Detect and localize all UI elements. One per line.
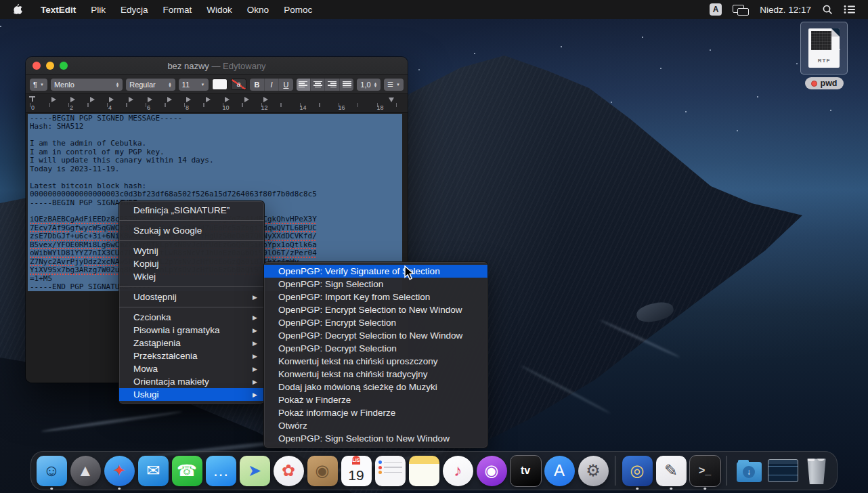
menubar-menu-edycja[interactable]: Edycja [113,5,156,15]
underline-button[interactable]: U [279,79,292,91]
align-left-button[interactable] [297,79,311,91]
context-menu-item-przekształcenia[interactable]: Przekształcenia▶ [119,349,264,362]
text-color-well[interactable] [212,79,227,90]
tab-stop-marker[interactable] [70,97,75,102]
menubar-menu-plik[interactable]: Plik [83,5,113,15]
ruler-number: 6 [145,104,150,111]
submenu-item-12[interactable]: Otwórz [264,419,487,432]
dock-item-photos[interactable]: ✿ [272,452,305,490]
align-right-button[interactable] [325,79,339,91]
input-source-indicator[interactable]: A [710,3,722,16]
dock-item-notes[interactable] [407,452,441,490]
dock-item-calendar[interactable]: LIS19 [339,452,373,490]
paragraph-style-control[interactable]: ¶▼ [30,79,47,91]
menu-list-icon[interactable] [844,5,856,14]
tab-stop-marker[interactable] [109,97,114,102]
menubar-clock[interactable]: Niedz. 12:17 [760,5,811,15]
tab-stop-marker[interactable] [167,97,172,102]
tab-stop-marker[interactable] [148,97,152,102]
dock-item-apple-tv[interactable]: tv [508,452,542,490]
left-indent-marker[interactable] [29,96,35,102]
context-menu-item-udostępnij[interactable]: Udostępnij▶ [119,291,264,303]
line-spacing-control[interactable]: 1,0 ▲▼ [357,79,381,91]
context-menu-item-kopiuj[interactable]: Kopiuj [119,257,264,270]
dock-item-textedit[interactable]: ✎ [654,452,688,490]
document-title: bez nazwy [167,61,209,71]
context-menu-item-wklej[interactable]: Wklej [119,270,264,283]
list-style-control[interactable]: ☰ ▼ [384,79,404,91]
submenu-item-8[interactable]: Konwertuj tekst na chiński tradycyjny [264,368,487,381]
dock-item-downloads-folder[interactable]: ↓ [732,452,766,490]
menubar-menu-pomoc[interactable]: Pomoc [276,5,320,15]
dock-item-facetime[interactable]: ☎ [170,452,204,490]
tab-stop-marker[interactable] [263,97,268,102]
tab-stop-marker[interactable] [244,97,249,102]
dock-item-launchpad[interactable]: ▲ [68,452,102,490]
ruler[interactable]: 024681012141618 [26,94,408,113]
photos-icon: ✿ [274,456,304,486]
bold-button[interactable]: B [250,79,264,91]
menubar-app-name[interactable]: TextEdit [33,5,83,15]
menubar-menu-okno[interactable]: Okno [240,5,276,15]
dock-item-messages[interactable]: … [204,452,238,490]
dock-item-finder[interactable]: ☺ [35,452,68,490]
tab-stop-marker[interactable] [51,97,56,102]
tab-stop-marker[interactable] [206,97,211,102]
font-size-select[interactable]: 11 ▼ [179,79,209,91]
dock-item-contacts[interactable]: ◉ [305,452,339,490]
context-menu-item-zastąpienia[interactable]: Zastąpienia▶ [119,337,264,349]
window-titlebar[interactable]: bez nazwy — Edytowany [26,57,408,75]
context-menu-item-szukaj-w-google[interactable]: Szukaj w Google [119,224,264,237]
dock-item-maps[interactable]: ➤ [238,452,272,490]
justify-button[interactable] [340,79,353,91]
dock-item-podcasts[interactable]: ◉ [475,452,508,490]
submenu-item-1[interactable]: OpenPGP: Sign Selection [264,278,487,291]
dock-item-system-preferences[interactable]: ⚙ [576,452,610,490]
tab-stop-marker[interactable] [225,97,230,102]
submenu-item-10[interactable]: Pokaż w Finderze [264,393,487,406]
menubar-menu-format[interactable]: Format [156,5,200,15]
tab-stop-marker[interactable] [129,97,133,102]
submenu-item-6[interactable]: OpenPGP: Decrypt Selection [264,342,487,355]
font-family-select[interactable]: Menlo ▲▼ [51,79,123,91]
context-menu-item-orientacja-makiety[interactable]: Orientacja makiety▶ [119,375,264,388]
dock-item-app-store[interactable]: A [542,452,576,490]
submenu-item-13[interactable]: OpenPGP: Sign Selection to New Window [264,432,487,445]
submenu-item-5[interactable]: OpenPGP: Decrypt Selection to New Window [264,329,487,342]
submenu-item-11[interactable]: Pokaż informacje w Finderze [264,406,487,419]
font-style-select[interactable]: Regular ▲▼ [126,79,175,91]
apple-menu-icon[interactable] [14,4,24,15]
submenu-arrow-icon: ▶ [253,366,257,372]
context-menu-item-czcionka[interactable]: Czcionka▶ [119,311,264,324]
downloads-folder-icon: ↓ [734,456,764,486]
context-menu-item-wytnij[interactable]: Wytnij [119,244,264,257]
spotlight-search-icon[interactable] [822,4,833,15]
context-menu-item-definicja-signature-[interactable]: Definicja „SIGNATURE” [119,204,264,217]
submenu-item-7[interactable]: Konwertuj tekst na chiński uproszczony [264,355,487,368]
dock-item-terminal[interactable]: >_ [688,452,722,490]
background-color-well[interactable]: a [231,79,246,90]
italic-button[interactable]: I [265,79,279,91]
submenu-item-9[interactable]: Dodaj jako mówioną ścieżkę do Muzyki [264,381,487,393]
dock-item-reminders[interactable] [373,452,407,490]
submenu-item-2[interactable]: OpenPGP: Import Key from Selection [264,291,487,303]
dock-item-trash[interactable] [800,452,833,490]
submenu-item-4[interactable]: OpenPGP: Encrypt Selection [264,316,487,329]
tab-stop-marker[interactable] [90,97,95,102]
dock-item-minimized-terminal-window[interactable] [766,452,800,490]
context-menu-item-usługi[interactable]: Usługi▶ [119,388,264,401]
right-indent-marker[interactable] [389,98,394,102]
context-menu-item-mowa[interactable]: Mowa▶ [119,362,264,375]
submenu-item-0[interactable]: OpenPGP: Verify Signature of Selection [264,265,487,278]
dock-item-safari[interactable]: ✦ [102,452,136,490]
dock-item-mail[interactable]: ✉ [136,452,170,490]
screen-mirroring-icon[interactable] [733,5,749,15]
submenu-item-3[interactable]: OpenPGP: Encrypt Selection to New Window [264,303,487,316]
tab-stop-marker[interactable] [186,97,191,102]
desktop-file-pwd[interactable]: RTF pwd [800,22,848,89]
dock-item-keychain-access[interactable]: ◎ [620,452,654,490]
dock-item-music[interactable]: ♪ [441,452,475,490]
align-center-button[interactable] [311,79,325,91]
context-menu-item-pisownia-i-gramatyka[interactable]: Pisownia i gramatyka▶ [119,324,264,337]
menubar-menu-widok[interactable]: Widok [199,5,240,15]
